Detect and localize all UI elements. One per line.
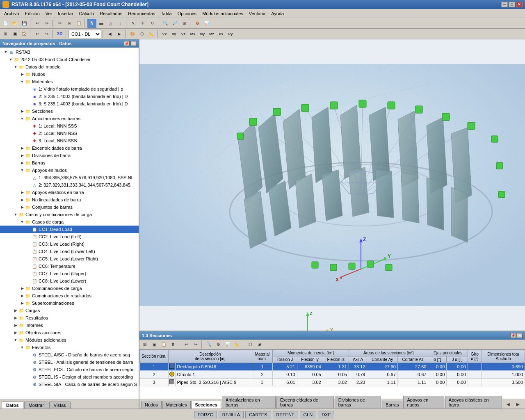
tree-cc4[interactable]: 📋 CC4: Live Load (Lower Left) xyxy=(0,248,139,255)
bt-3[interactable]: 📋 xyxy=(159,340,168,349)
bt-12[interactable]: ◉ xyxy=(255,340,264,349)
tab-apoyos-nudos[interactable]: Apoyos en nudos xyxy=(403,396,444,409)
panel-pin[interactable]: 📌 xyxy=(124,41,130,46)
tab-articulaciones[interactable]: Articulaciones en barras xyxy=(222,396,276,409)
toggle-materiales[interactable]: ▼ xyxy=(20,79,25,84)
tb2-disp[interactable]: 📐 xyxy=(147,30,156,39)
tab-secciones[interactable]: Secciones xyxy=(192,401,221,409)
tree-project[interactable]: ▼ 📁 2012-05-03 Food Court Chandelier xyxy=(0,56,139,63)
menu-ayuda[interactable]: Ayuda xyxy=(269,10,286,17)
tree-comb-carga[interactable]: ▶ 📁 Combinaciones de carga xyxy=(0,285,139,292)
table-row[interactable]: 3 Pipes Std. 3.5x0.216 | AISC 9 3 6.01 3… xyxy=(140,379,525,386)
tree-datos-modelo[interactable]: ▼ 📁 Datos del modelo xyxy=(0,63,139,71)
tree-modulos[interactable]: ▼ 📁 Módulos adicionales xyxy=(0,336,139,344)
tree-obj-aux[interactable]: ▶ 📁 Objetos auxiliares xyxy=(0,329,139,336)
menu-edicion[interactable]: Edición xyxy=(23,10,42,17)
tb2-vz[interactable]: Vz xyxy=(179,30,188,39)
tb2-prev[interactable]: ◀ xyxy=(105,30,114,39)
toggle-informes[interactable]: ▶ xyxy=(13,323,18,328)
tb-zoom-out[interactable]: 🔎 xyxy=(170,19,179,28)
tree-art-2[interactable]: ✚ 2: Local; NNN NSS xyxy=(0,130,139,137)
status-btn-forzc[interactable]: FORZC xyxy=(194,411,217,418)
tree-root-rstab[interactable]: ▼ 🖥 RSTAB xyxy=(0,48,139,56)
menu-herramientas[interactable]: Herramientas xyxy=(126,10,158,17)
tb-zoom-in[interactable]: 🔍 xyxy=(161,19,170,28)
tb2-mz[interactable]: Mz xyxy=(207,30,216,39)
toggle-cc[interactable]: ▼ xyxy=(20,219,25,224)
tb-rotate[interactable]: ↻ xyxy=(148,19,157,28)
tb-new[interactable]: 📄 xyxy=(1,19,10,28)
menu-archivo[interactable]: Archivo xyxy=(2,10,22,17)
bt-5[interactable]: ↩ xyxy=(182,340,191,349)
toggle-secciones[interactable]: ▶ xyxy=(20,109,25,114)
tb-supports[interactable]: △ xyxy=(106,19,115,28)
tb2-vx[interactable]: Vx xyxy=(160,30,169,39)
tree-cc3[interactable]: 📋 CC3: Live Load (Right) xyxy=(0,240,139,248)
status-btn-dxf[interactable]: DXF xyxy=(318,411,334,418)
tb2-view-3d[interactable]: 3D xyxy=(55,30,64,39)
table-row[interactable]: 2 Círculo 1 2 0.10 0.05 0.05 0.79 0.67 0… xyxy=(140,371,525,379)
tab-divisiones[interactable]: Divisiones de barras xyxy=(335,396,381,409)
tree-cc2[interactable]: 📋 CC2: Live Load (Left) xyxy=(0,233,139,240)
tree-mat-2[interactable]: ■ 2: S 235 1.4003 (banda laminada en frí… xyxy=(0,93,139,100)
tree-resultados[interactable]: ▶ 📁 Resultados xyxy=(0,314,139,322)
tree-conjuntos[interactable]: ▶ 📁 Conjuntos de barras xyxy=(0,203,139,211)
bt-8[interactable]: ⚙ xyxy=(214,340,223,349)
tb2-4[interactable]: ↩ xyxy=(33,30,42,39)
menu-modulos[interactable]: Módulos adicionales xyxy=(200,10,246,17)
tab-materiales[interactable]: Materiales xyxy=(162,401,191,409)
tb-members[interactable]: ▬ xyxy=(97,19,106,28)
menu-resultados[interactable]: Resultados xyxy=(97,10,125,17)
toggle-modulos[interactable]: ▼ xyxy=(13,338,18,342)
bt-11[interactable]: ⬡ xyxy=(246,340,255,349)
status-btn-gln[interactable]: GLN xyxy=(300,411,317,418)
tb-save[interactable]: 💾 xyxy=(20,19,29,28)
tree-apoyo-1[interactable]: △ 1: 394,395,398,575,576,919,920,1080; S… xyxy=(0,174,139,181)
tb2-3[interactable]: 🏠 xyxy=(20,30,29,39)
tree-steel-ec3[interactable]: ⚙ STEEL EC3 - Cálculo de barras de acero… xyxy=(0,366,139,373)
tab-excentricidades[interactable]: Excentricidades de barras xyxy=(276,396,334,409)
tree-comb-result[interactable]: ▶ 📁 Combinaciones de resultados xyxy=(0,292,139,299)
toggle-cr[interactable]: ▶ xyxy=(20,293,25,298)
tb2-wire[interactable]: ⬡ xyxy=(137,30,146,39)
toggle-obj-aux[interactable]: ▶ xyxy=(13,330,18,335)
bt-4[interactable]: 🗑 xyxy=(169,340,178,349)
menu-ver[interactable]: Ver xyxy=(43,10,55,17)
tree-favoritos[interactable]: ▼ 📁 Favoritos xyxy=(0,344,139,351)
tree-no-lineal[interactable]: ▶ 📁 No linealidades de barra xyxy=(0,196,139,203)
tree-informes[interactable]: ▶ 📁 Informes xyxy=(0,322,139,329)
bt-2[interactable]: ▣ xyxy=(150,340,159,349)
status-btn-rejilla[interactable]: REJILLA xyxy=(219,411,244,418)
tree-div-barra[interactable]: ▶ 📁 Divisiones de barra xyxy=(0,152,139,159)
tree-cc5[interactable]: 📋 CC5: Live Load (Lower Right) xyxy=(0,255,139,262)
tb2-1[interactable]: ⊞ xyxy=(1,30,10,39)
tb-select[interactable]: ↖ xyxy=(129,19,138,28)
toggle-project[interactable]: ▼ xyxy=(8,57,13,62)
view-3d[interactable]: Z Y X Z Y X xyxy=(139,39,525,331)
toggle-resultados[interactable]: ▶ xyxy=(13,315,18,320)
tree-steel-aisc[interactable]: ⚙ STEEL AISC - Diseño de barras de acero… xyxy=(0,351,139,358)
minimize-button[interactable]: ─ xyxy=(501,2,508,7)
tb2-render[interactable]: 🎨 xyxy=(128,30,137,39)
bt-1[interactable]: ⊞ xyxy=(140,340,149,349)
tree-exc-barra[interactable]: ▶ 📁 Excentricidades de barra xyxy=(0,144,139,152)
tree-art-1[interactable]: ✚ 1: Local; NNN SSS xyxy=(0,122,139,130)
toggle-exc[interactable]: ▶ xyxy=(20,146,25,151)
toggle-cargas[interactable]: ▶ xyxy=(13,308,18,313)
tree-casos-comb[interactable]: ▼ 📁 Casos y combinaciones de carga xyxy=(0,211,139,218)
maximize-button[interactable]: □ xyxy=(509,2,515,7)
panel-tab-mostrar[interactable]: Mostrar xyxy=(24,402,48,409)
tree-apoyos-elasticos[interactable]: ▶ 📁 Apoyos elásticos en barra xyxy=(0,189,139,196)
tab-scroll-left[interactable]: ◀ xyxy=(504,399,513,409)
tb-move[interactable]: ✛ xyxy=(138,19,147,28)
toggle-conj[interactable]: ▶ xyxy=(20,205,25,210)
tree-art-3[interactable]: ✚ 3: Local; NNN SSS xyxy=(0,137,139,144)
tab-apoyos-elasticos[interactable]: Apoyos elásticos en barra xyxy=(445,396,502,409)
menu-tabla[interactable]: Tabla xyxy=(158,10,174,17)
bottom-panel-close[interactable]: ✕ xyxy=(517,333,523,338)
panel-close[interactable]: ✕ xyxy=(130,41,136,46)
toggle-nudos[interactable]: ▶ xyxy=(20,72,25,77)
tb-loads[interactable]: ↓ xyxy=(116,19,125,28)
toggle-sc[interactable]: ▶ xyxy=(20,301,25,306)
toggle-rstab[interactable]: ▼ xyxy=(3,50,8,55)
